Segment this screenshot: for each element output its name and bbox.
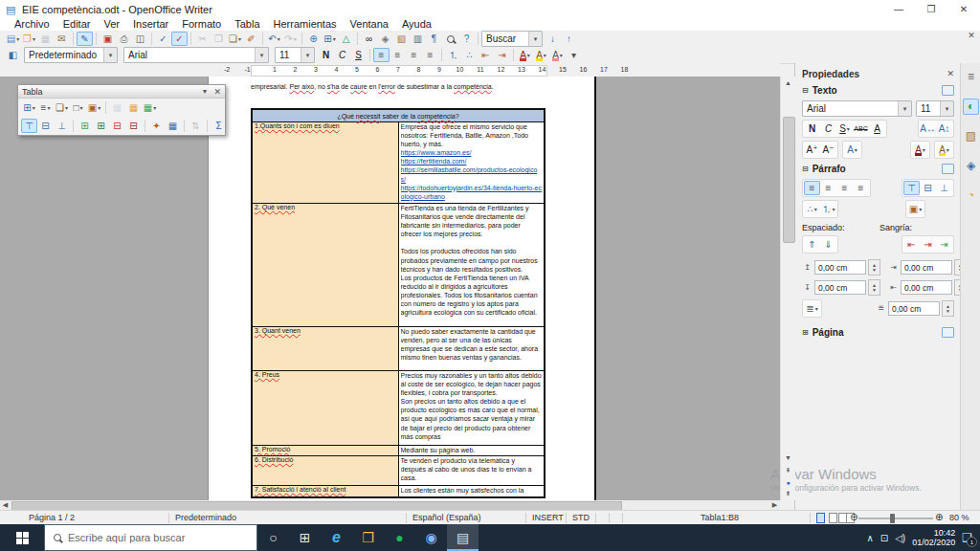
vertical-scrollbar[interactable]: ▲ ▼ ⇞ ● ⇟ — [780, 77, 795, 500]
table-cell-right[interactable]: No puedo saber exactamente la cantidad q… — [398, 327, 545, 371]
close-button[interactable]: ✕ — [947, 0, 980, 18]
export-pdf-icon[interactable]: ▣ — [100, 32, 116, 46]
menu-item-ventana[interactable]: Ventana — [344, 18, 395, 31]
start-button[interactable] — [0, 524, 44, 551]
increase-indent-button[interactable]: ⇥ — [920, 237, 936, 252]
toolbar-overflow-button[interactable]: ▾ — [566, 48, 582, 62]
status-language[interactable]: Español (España) — [412, 513, 481, 522]
delete-row-icon[interactable]: ⊟ — [109, 119, 125, 133]
table-cell-left[interactable]: 5. Promoció — [252, 446, 398, 456]
styles-panel-icon[interactable]: ◧ — [5, 48, 21, 62]
table-cell-right[interactable]: Empresa que ofrece el mismo servicio que… — [398, 122, 545, 204]
underline-button[interactable]: S▾ — [836, 121, 853, 136]
insert-column-icon[interactable]: ⊞ — [93, 119, 109, 133]
char-spacing-decrease-button[interactable]: A↕ — [936, 121, 952, 136]
vertical-scrollbar-thumb[interactable] — [783, 117, 795, 243]
file-explorer-icon[interactable]: ❒ — [352, 524, 384, 551]
clock-tab-icon[interactable]: ◔ — [963, 187, 979, 204]
font-name-select[interactable]: Arial ▾ — [123, 47, 269, 63]
undo-icon[interactable]: ↶▾ — [266, 32, 282, 46]
taskbar-search-input[interactable]: Escribe aquí para buscar — [44, 524, 257, 551]
borders-icon[interactable]: □▾ — [70, 100, 86, 115]
align-left-button[interactable]: ≡ — [804, 181, 820, 195]
spotify-icon[interactable]: ● — [384, 524, 415, 551]
italic-button[interactable]: C — [820, 121, 836, 136]
horizontal-scrollbar[interactable]: ◀ ▶ — [0, 500, 780, 510]
help-icon[interactable]: ? — [458, 32, 475, 46]
menu-item-ayuda[interactable]: Ayuda — [395, 18, 438, 31]
font-color-button[interactable]: A▾ — [517, 48, 533, 62]
first-line-indent-field[interactable]: ≝0,00 cm▲▼ — [876, 300, 954, 317]
increase-indent-button[interactable]: ⇥ — [494, 48, 510, 62]
gallery-icon[interactable]: ▧ — [393, 32, 410, 46]
indent-before-field[interactable]: ⇥0,00 cm▲▼ — [888, 259, 967, 276]
sum-icon[interactable]: Σ — [211, 119, 227, 133]
status-page[interactable]: Página 1 / 2 — [29, 513, 75, 522]
autoformat-icon[interactable]: ✦ — [148, 119, 165, 133]
line-style-icon[interactable]: ≡▾ — [37, 100, 54, 115]
table-header-row[interactable]: ¿Qué necessit saber de la competència? — [252, 109, 545, 122]
hyperlink[interactable]: https://semillasbatlle.com/productos-eco… — [401, 165, 543, 183]
table-cell-left[interactable]: 6. Distribució — [252, 456, 398, 486]
zoom-icon[interactable] — [442, 32, 458, 46]
menu-item-formato[interactable]: Formato — [175, 18, 228, 31]
zoom-in-icon[interactable]: ⊕ — [935, 512, 943, 522]
scroll-up-icon[interactable]: ▲ — [782, 77, 794, 88]
taskbar-clock[interactable]: 10:42 01/02/2020 — [912, 528, 955, 547]
indent-after-field[interactable]: ⇤0,00 cm▲▼ — [888, 279, 967, 296]
delete-column-icon[interactable]: ⊟ — [125, 119, 142, 133]
spelling-icon[interactable]: ✓ — [155, 32, 171, 46]
sidebar-size-select[interactable]: 11 ▾ — [916, 100, 954, 117]
menu-item-editar[interactable]: Editar — [56, 18, 98, 31]
align-right-button[interactable]: ≡ — [836, 181, 853, 195]
line-spacing-button[interactable]: ≣▾ — [804, 301, 820, 316]
zoom-slider-thumb[interactable] — [890, 514, 895, 523]
table-row[interactable]: 7. Satisfacció i atenció al client Los c… — [252, 486, 545, 498]
spacing-above-field[interactable]: ↥0,00 cm▲▼ — [802, 259, 880, 276]
align-right-button[interactable]: ≡ — [406, 48, 422, 62]
scroll-right-icon[interactable]: ▶ — [769, 500, 780, 510]
next-page-icon[interactable]: ⇟ — [782, 488, 794, 499]
print-icon[interactable]: ⎙ — [116, 32, 132, 46]
hyperlink-icon[interactable]: ⊕ — [305, 32, 322, 46]
decrease-para-spacing-button[interactable]: ⇓ — [820, 237, 836, 252]
table-cell-left[interactable]: 3. Quant venen — [252, 327, 398, 371]
insert-table-icon[interactable]: ⊞▾ — [21, 100, 37, 115]
char-spacing-increase-button[interactable]: A↔ — [920, 121, 936, 136]
scroll-left-icon[interactable]: ◀ — [0, 500, 11, 510]
autospellcheck-icon[interactable]: ✓ — [171, 32, 188, 46]
bullet-list-button[interactable]: ∴▾ — [804, 202, 820, 216]
close-document-icon[interactable]: ✕ — [965, 29, 978, 42]
edit-mode-icon[interactable]: ✎ — [77, 32, 93, 46]
justify-button[interactable]: ≡ — [422, 48, 438, 62]
menu-item-herramientas[interactable]: Herramientas — [267, 18, 344, 31]
sidebar-font-select[interactable]: Arial ▾ — [802, 100, 912, 117]
sidebar-close-icon[interactable]: ✕ — [947, 69, 954, 78]
font-color-button[interactable]: A▾ — [912, 143, 928, 157]
document-page[interactable]: empresarial. Per això, no s'ha de caure … — [209, 77, 596, 500]
char-background-button[interactable]: A▾ — [549, 48, 566, 62]
table-cell-left[interactable]: 4. Preus — [252, 371, 398, 446]
draw-functions-icon[interactable]: △ — [338, 32, 354, 46]
chrome-icon[interactable]: ◉ — [415, 524, 447, 551]
maximize-button[interactable]: ❐ — [915, 0, 947, 18]
menu-item-archivo[interactable]: Archivo — [8, 18, 56, 31]
align-center-button[interactable]: ≡ — [820, 181, 836, 195]
gallery-tab-icon[interactable]: ▧ — [963, 128, 979, 144]
table-cell-left[interactable]: 7. Satisfacció i atenció al client — [252, 486, 398, 498]
collapse-icon[interactable]: ⊟ — [802, 86, 809, 95]
open-icon[interactable]: ❒▾ — [21, 32, 37, 46]
document-area[interactable]: empresarial. Per això, no s'ha de caure … — [0, 77, 780, 500]
sidebar-font-dropdown-icon[interactable]: ▾ — [898, 101, 911, 116]
zoom-slider[interactable] — [858, 518, 933, 519]
parrafo-dialog-launcher[interactable] — [942, 164, 954, 174]
format-paintbrush-icon[interactable]: ✐ — [243, 32, 259, 46]
numbered-list-button[interactable]: ⒈▾ — [820, 202, 836, 216]
paste-icon[interactable]: ❏▾ — [227, 32, 243, 46]
highlight-button[interactable]: A▾ — [533, 48, 549, 62]
navigator-icon[interactable]: ◈ — [377, 32, 393, 46]
table-cell-right[interactable]: Mediante su página web. — [398, 446, 545, 456]
italic-button[interactable]: C — [334, 48, 350, 62]
border-color-icon[interactable]: ❏▾ — [54, 100, 70, 115]
table-row[interactable]: 3. Quant venen No puedo saber exactament… — [252, 327, 545, 371]
